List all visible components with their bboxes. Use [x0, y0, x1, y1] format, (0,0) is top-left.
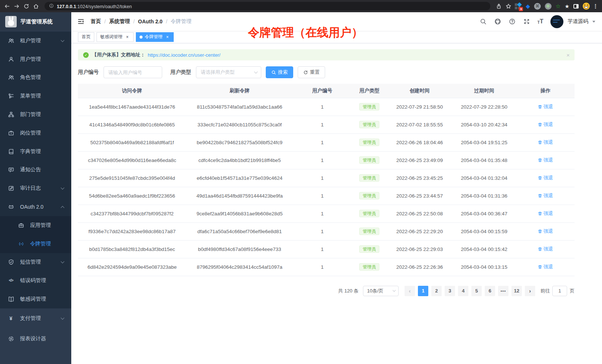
fullscreen-icon[interactable]: [523, 18, 530, 25]
sidebar-item-pay[interactable]: ¥支付管理: [0, 308, 71, 329]
page-button-4[interactable]: 4: [458, 286, 468, 296]
sidebar-item-user[interactable]: 用户管理: [0, 50, 71, 69]
username[interactable]: 芋道源码: [567, 18, 588, 25]
force-logout-button[interactable]: 强退: [538, 103, 553, 110]
force-logout-button[interactable]: 强退: [538, 264, 553, 270]
forward-icon[interactable]: [13, 3, 20, 10]
page-size-select[interactable]: 10条/页: [363, 286, 399, 296]
more-pages-button[interactable]: •••: [498, 286, 508, 296]
force-logout-button[interactable]: 强退: [538, 246, 553, 252]
tab-首页[interactable]: 首页: [78, 32, 94, 42]
force-logout-button[interactable]: 强退: [538, 121, 553, 128]
force-logout-button[interactable]: 强退: [538, 192, 553, 199]
github-icon[interactable]: [494, 18, 501, 25]
sidebar-item-report-designer[interactable]: 报表设计器: [0, 329, 71, 349]
breadcrumb-item[interactable]: 首页: [91, 18, 101, 25]
sidebar-item-role[interactable]: 角色管理: [0, 69, 71, 87]
address-bar[interactable]: 127.0.0.1:1024/system/oauth2/token: [45, 2, 490, 10]
command-extension-icon[interactable]: ⌘: [534, 3, 541, 10]
sidebar-item-label: 字典管理: [20, 148, 41, 155]
force-logout-button[interactable]: 强退: [538, 210, 553, 217]
page-button-2[interactable]: 2: [431, 286, 442, 296]
reset-button[interactable]: 重置: [298, 66, 325, 78]
force-logout-button[interactable]: 强退: [538, 157, 553, 163]
home-icon[interactable]: [33, 3, 39, 10]
profile-avatar-icon[interactable]: [583, 3, 590, 10]
sidebar-item-tenant[interactable]: 租户管理: [0, 32, 71, 50]
table-cell-actions: 强退: [516, 240, 575, 258]
user-type-placeholder: 请选择用户类型: [201, 69, 235, 76]
breadcrumb-item[interactable]: 系统管理: [109, 18, 130, 25]
page-button-12[interactable]: 12: [511, 286, 522, 296]
force-logout-button[interactable]: 强退: [538, 228, 553, 235]
side-panel-icon[interactable]: [573, 4, 579, 9]
bookmark-star-icon[interactable]: [505, 3, 512, 10]
star-extension-icon[interactable]: ☆: [556, 3, 560, 9]
sidebar-item-label: 用户管理: [20, 56, 41, 63]
tab-令牌管理[interactable]: 令牌管理×: [136, 32, 174, 42]
search-button[interactable]: 搜索: [266, 66, 293, 78]
record-extension-icon[interactable]: [545, 3, 552, 10]
share-icon[interactable]: [495, 3, 502, 10]
sidebar-item-error-code[interactable]: </>错误码管理: [0, 271, 71, 290]
caret-down-icon[interactable]: [592, 21, 595, 23]
sidebar-item-label: 短信管理: [20, 259, 41, 265]
sidebar-item-oauth2-app[interactable]: 应用管理: [0, 216, 71, 235]
sidebar-item-dept[interactable]: 部门管理: [0, 105, 71, 124]
reload-icon[interactable]: [23, 3, 30, 10]
back-icon[interactable]: [4, 3, 10, 10]
font-size-icon[interactable]: TT: [537, 19, 543, 24]
help-icon[interactable]: [508, 18, 516, 25]
table-cell: be90422b8c7946218275a508bf524fc9: [186, 133, 293, 151]
tab-敏感词管理[interactable]: 敏感词管理×: [96, 32, 134, 42]
table-cell: 2022-06-25 22:29:20: [387, 222, 452, 240]
tab-close-icon[interactable]: ×: [165, 34, 170, 40]
next-page-button[interactable]: ›: [525, 286, 535, 296]
site-info-icon[interactable]: [49, 3, 54, 10]
page-button-3[interactable]: 3: [445, 286, 455, 296]
sidebar-toggle-icon[interactable]: [77, 18, 85, 25]
table-row: b0d1785bc3a8482f812db4a3f3bd15ecb0df4980…: [78, 240, 575, 258]
sidebar-item-notice[interactable]: 通知公告: [0, 161, 71, 179]
sidebar-item-audit-log[interactable]: 审计日志: [0, 179, 71, 198]
app-logo-row[interactable]: 芋道管理系统: [0, 12, 71, 31]
page-button-1[interactable]: 1: [418, 286, 428, 296]
force-logout-button[interactable]: 强退: [538, 175, 553, 181]
sidebar-item-menu[interactable]: 菜单管理: [0, 87, 71, 105]
pin-extension-icon[interactable]: ★: [565, 4, 569, 9]
goto-page-input[interactable]: [552, 286, 567, 296]
table-row: 6d842e2924594de9a09e45e087323abe8796295f…: [78, 258, 575, 276]
extension-blocks-icon[interactable]: 9: [515, 3, 521, 10]
alert-close-icon[interactable]: ×: [566, 52, 570, 58]
user-type-select[interactable]: 请选择用户类型: [196, 66, 261, 78]
table-row: 54d6be82ee5a460a9aedc1f9bf22365649d1aa46…: [78, 187, 575, 205]
table-cell-actions: 强退: [516, 222, 575, 240]
page-button-5[interactable]: 5: [471, 286, 482, 296]
sidebar-item-oauth2-token[interactable]: 令牌管理: [0, 235, 71, 253]
force-logout-button[interactable]: 强退: [538, 139, 553, 146]
alert-link[interactable]: https://doc.iocoder.cn/user-center/: [148, 52, 220, 58]
sidebar-item-post[interactable]: 岗位管理: [0, 124, 71, 142]
user-avatar[interactable]: [550, 15, 563, 28]
doc-alert: ✓ 【用户体系】文档地址： https://doc.iocoder.cn/use…: [78, 49, 575, 60]
prev-page-button[interactable]: ‹: [405, 286, 415, 296]
column-header: 操作: [516, 84, 575, 98]
sidebar-item-dict[interactable]: 字典管理: [0, 142, 71, 161]
tab-close-icon[interactable]: ×: [125, 34, 130, 40]
breadcrumb-item: 令牌管理: [171, 18, 192, 25]
search-icon[interactable]: [480, 18, 487, 25]
table-cell: 管理员: [351, 187, 387, 205]
table-cell: 2022-06-25 23:45:25: [387, 169, 452, 187]
sidebar-item-sms[interactable]: 短信管理: [0, 253, 71, 272]
user-type-badge: 管理员: [359, 210, 379, 217]
table-cell: 1: [293, 240, 351, 258]
breadcrumb-item[interactable]: OAuth 2.0: [138, 19, 163, 24]
sidebar-item-oauth2[interactable]: OAuth 2.0: [0, 198, 71, 216]
dictionary-icon: [8, 148, 14, 155]
sidebar-item-sensitive-word[interactable]: 敏感词管理: [0, 290, 71, 308]
browser-menu-icon[interactable]: ⋮: [593, 3, 598, 10]
user-id-input[interactable]: [104, 66, 162, 78]
table-row: c342377bf8b344799dcbf7bf095287f29ce8ef2a…: [78, 205, 575, 222]
gem-extension-icon[interactable]: ◆: [526, 3, 530, 10]
page-button-6[interactable]: 6: [485, 286, 495, 296]
